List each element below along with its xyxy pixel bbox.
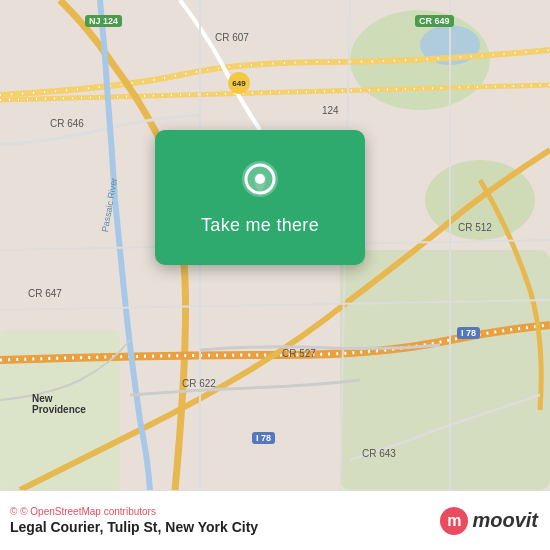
attribution: © © OpenStreetMap contributors	[10, 506, 258, 517]
location-text: Legal Courier, Tulip St, New York City	[10, 519, 258, 535]
moovit-text: moovit	[472, 509, 538, 532]
moovit-m-icon: m	[440, 507, 468, 535]
road-badge-649: 649	[228, 72, 250, 94]
bottom-bar: © © OpenStreetMap contributors Legal Cou…	[0, 490, 550, 550]
map-container: NJ 124 CR 607 CR 649 649 CR 646 124 CR 5…	[0, 0, 550, 490]
take-me-label: Take me there	[201, 215, 319, 236]
pin-icon	[236, 159, 284, 207]
bottom-left: © © OpenStreetMap contributors Legal Cou…	[10, 506, 258, 535]
moovit-logo: m moovit	[440, 507, 538, 535]
attribution-text: © OpenStreetMap contributors	[20, 506, 156, 517]
take-me-card[interactable]: Take me there	[155, 130, 365, 265]
attribution-symbol: ©	[10, 506, 17, 517]
